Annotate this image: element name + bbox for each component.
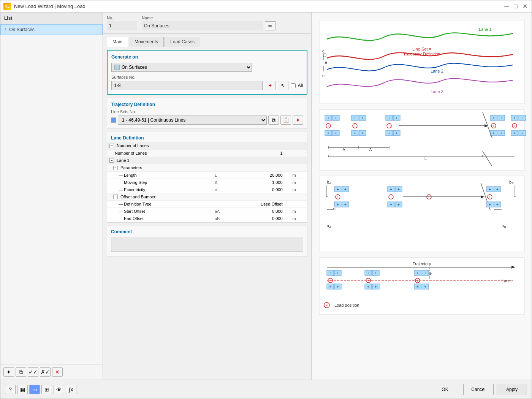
dialog-buttons: OK Cancel Apply: [430, 384, 527, 395]
svg-text:+: +: [329, 271, 331, 275]
collapse-lane1[interactable]: −: [109, 158, 114, 163]
svg-text:+: +: [388, 131, 390, 135]
delete-icon[interactable]: ✕: [52, 367, 63, 377]
line-sets-select[interactable]: 1 - 46,49-51 | Continuous Lines: [118, 116, 267, 125]
collapse-number-of-lanes[interactable]: −: [109, 144, 114, 148]
uncheck-icon[interactable]: ✗✓: [40, 367, 51, 377]
start-offset-value[interactable]: 0.000: [229, 208, 285, 215]
number-of-lanes-value[interactable]: 1: [229, 149, 285, 157]
svg-text:+: +: [344, 187, 347, 192]
svg-text:+: +: [397, 203, 400, 207]
svg-text:+: +: [327, 124, 329, 128]
collapse-offset[interactable]: −: [113, 195, 118, 199]
start-offset-sym: aA: [207, 208, 229, 215]
svg-text:+: +: [354, 124, 356, 128]
surfaces-row: ✦ ↖ All: [111, 81, 303, 90]
svg-text:+: +: [337, 285, 339, 289]
lane-diagram-label: Lane: [502, 279, 511, 283]
pick-line-set-button[interactable]: ✦: [293, 116, 303, 125]
generate-on-select[interactable]: On Surfaces: [111, 63, 252, 72]
svg-text:+: +: [329, 285, 331, 289]
sidebar-item-number: 1: [5, 27, 7, 32]
ok-button[interactable]: OK: [430, 384, 460, 395]
end-offset-value[interactable]: 0.000: [229, 215, 285, 222]
table-row: — Moving Step Δ 1.000 m: [107, 179, 307, 186]
def-type-value[interactable]: Used Offset: [229, 201, 285, 208]
main-window: NL New Load Wizard | Moving Load ─ □ ✕ L…: [0, 0, 532, 399]
generate-on-section: Generate on On Surfaces Surfaces No. ✦: [107, 50, 307, 95]
table-row: Number of Lanes 1: [107, 149, 307, 157]
eccentricity-value[interactable]: 0.000: [229, 186, 285, 193]
svg-text:+: +: [367, 285, 369, 289]
table-icon[interactable]: ⊞: [41, 385, 52, 394]
edit-name-button[interactable]: ✏: [265, 21, 276, 30]
svg-text:+: +: [337, 203, 339, 207]
svg-text:+: +: [367, 279, 369, 283]
group-toggle-cell: − Number of Lanes: [107, 142, 207, 149]
number-of-lanes-sym: [207, 149, 229, 157]
offset-group-cell: − Offset and Bumper: [107, 193, 207, 201]
tab-main[interactable]: Main: [107, 37, 128, 47]
trajectory-title: Trajectory Definition: [111, 102, 303, 107]
table-row: − Number of Lanes: [107, 142, 307, 149]
table-row: — Eccentricity e 0.000 m: [107, 186, 307, 193]
svg-text:+: +: [335, 131, 337, 135]
line-set-color-box: [111, 117, 116, 123]
surfaces-no-label: Surfaces No.: [111, 75, 303, 79]
generate-on-dropdown-row: On Surfaces: [111, 63, 303, 72]
cancel-button[interactable]: Cancel: [463, 384, 494, 395]
all-checkbox[interactable]: [291, 83, 296, 88]
no-field-group: No.: [107, 16, 137, 30]
copy-icon[interactable]: ⧉: [16, 367, 26, 377]
apply-button[interactable]: Apply: [497, 384, 527, 395]
svg-text:+: +: [375, 285, 377, 289]
check-all-icon[interactable]: ✓✓: [28, 367, 38, 377]
tab-movements[interactable]: Movements: [129, 37, 164, 47]
collapse-parameters[interactable]: −: [113, 166, 118, 170]
svg-text:+: +: [416, 271, 419, 275]
length-unit: m: [285, 171, 307, 179]
no-input[interactable]: [107, 21, 137, 30]
help-icon[interactable]: ?: [5, 385, 16, 394]
table-row: − Lane 1: [107, 157, 307, 164]
all-label[interactable]: All: [298, 83, 303, 88]
form-area: No. Name ✏ Main Movements Load Cases: [103, 13, 311, 380]
svg-text:+: +: [513, 131, 516, 135]
eye-icon[interactable]: 👁: [54, 385, 64, 394]
number-of-lanes-unit: [285, 149, 307, 157]
name-field-group: Name ✏: [142, 16, 276, 30]
svg-text:+: +: [390, 187, 392, 192]
close-button[interactable]: ✕: [521, 3, 529, 10]
length-value[interactable]: 20.000: [229, 171, 285, 179]
surface-icon[interactable]: ▭: [29, 385, 40, 394]
svg-text:+: +: [492, 131, 495, 135]
svg-text:+: +: [521, 131, 523, 135]
sidebar-item-on-surfaces[interactable]: 1 On Surfaces: [0, 24, 103, 35]
cursor-icon[interactable]: ↖: [278, 81, 288, 90]
pick-surfaces-button[interactable]: ✦: [265, 81, 276, 90]
delta-label-1: Δ: [342, 147, 345, 152]
formula-icon[interactable]: ∫x: [66, 385, 76, 394]
grid-icon[interactable]: ▦: [17, 385, 28, 394]
minimize-button[interactable]: ─: [503, 3, 510, 10]
eccentricity-unit: m: [285, 186, 307, 193]
name-input[interactable]: [142, 21, 263, 30]
title-bar: NL New Load Wizard | Moving Load ─ □ ✕: [0, 0, 532, 13]
L-label: L: [424, 156, 427, 161]
moving-step-value[interactable]: 1.000: [229, 179, 285, 186]
svg-text:+: +: [396, 131, 398, 135]
comment-input[interactable]: [111, 237, 303, 252]
svg-text:+: +: [489, 187, 491, 192]
svg-text:+: +: [329, 279, 331, 283]
maximize-button[interactable]: □: [512, 3, 519, 10]
lane-table: − Number of Lanes Number of Lanes: [107, 142, 307, 222]
edit-line-set-button[interactable]: 📋: [280, 116, 291, 125]
lane-definition-title: Lane Definition: [107, 132, 307, 142]
surfaces-no-input[interactable]: [111, 81, 263, 90]
table-row: − Parameters: [107, 164, 307, 172]
new-line-set-button[interactable]: ⧉: [268, 116, 279, 125]
svg-text:+: +: [492, 124, 494, 128]
tab-load-cases[interactable]: Load Cases: [165, 37, 200, 47]
svg-text:+: +: [354, 116, 356, 120]
add-icon[interactable]: ✦: [3, 367, 14, 377]
